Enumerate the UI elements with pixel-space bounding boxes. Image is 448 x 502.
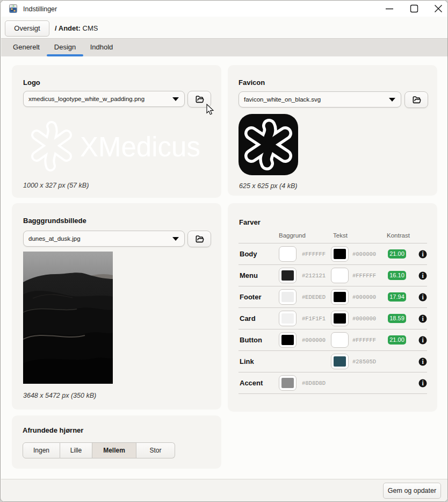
svg-text:XMedicus: XMedicus <box>80 132 200 162</box>
